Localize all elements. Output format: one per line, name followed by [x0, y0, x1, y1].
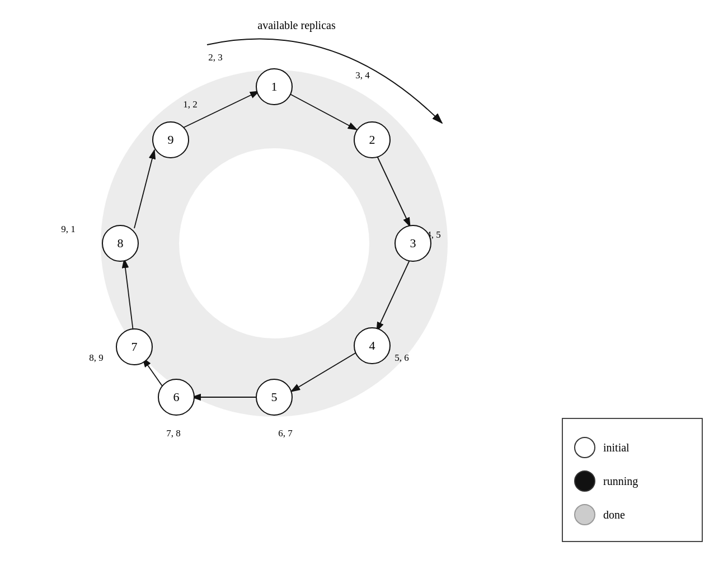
legend-running-label: running	[603, 475, 638, 488]
legend-running-circle	[575, 471, 595, 491]
node-1-label: 1	[271, 79, 278, 93]
edge-label-6-7: 6, 7	[278, 428, 293, 439]
node-8-label: 8	[118, 236, 124, 250]
legend-done-label: done	[603, 509, 625, 521]
edge-label-1-2: 1, 2	[183, 99, 198, 110]
edge-label-7-8: 7, 8	[166, 428, 181, 439]
edge-label-3-4: 3, 4	[355, 70, 370, 81]
node-5-label: 5	[271, 390, 278, 404]
svg-point-1	[179, 148, 369, 338]
legend-done-circle	[575, 505, 595, 525]
legend-initial-circle	[575, 437, 595, 458]
node-2-label: 2	[369, 133, 375, 147]
legend-initial-label: initial	[603, 441, 630, 454]
edge-label-8-9: 8, 9	[89, 352, 104, 363]
node-7-label: 7	[131, 340, 138, 354]
node-6-label: 6	[173, 390, 180, 404]
node-3-label: 3	[410, 236, 416, 250]
edge-label-9-1: 9, 1	[61, 224, 76, 234]
node-9-label: 9	[168, 133, 174, 147]
node-4-label: 4	[369, 338, 375, 352]
available-replicas-label: available replicas	[257, 19, 336, 32]
edge-label-5-6: 5, 6	[394, 352, 409, 363]
edge-label-2-3: 2, 3	[208, 52, 223, 63]
